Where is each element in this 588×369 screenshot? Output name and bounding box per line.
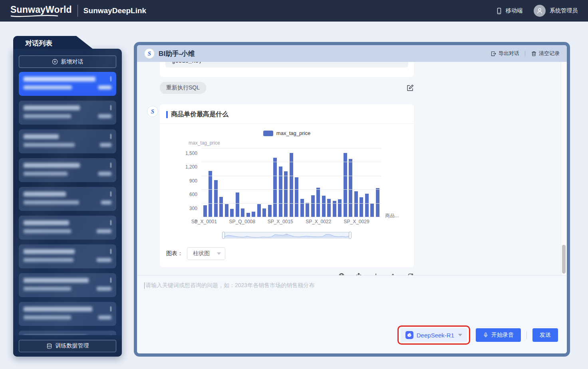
bar[interactable] — [230, 209, 234, 217]
bar[interactable] — [241, 208, 244, 217]
conversation-item[interactable] — [19, 158, 116, 182]
bar[interactable] — [252, 212, 255, 217]
assistant-avatar: S — [144, 48, 155, 59]
conversation-title-blurred — [24, 192, 66, 196]
user-name[interactable]: 系统管理员 — [550, 7, 578, 14]
conversation-item[interactable] — [19, 244, 116, 268]
more-dots-icon[interactable] — [110, 249, 111, 254]
x-axis-labels: SP_X_0001SP_Q_0008SP_X_0015SP_X_0022SP_X… — [201, 217, 381, 226]
more-dots-icon[interactable] — [110, 134, 111, 139]
conversation-title-blurred — [24, 307, 92, 311]
bar[interactable] — [338, 199, 342, 217]
x-axis-name: 商品... — [385, 212, 399, 219]
bar[interactable] — [316, 188, 320, 217]
more-dots-icon[interactable] — [110, 105, 111, 110]
bar[interactable] — [273, 158, 277, 217]
chart-type-select[interactable]: 柱状图 — [187, 247, 225, 260]
chevron-down-icon — [217, 252, 221, 255]
x-tick-label: SP_X_0029 — [344, 219, 369, 224]
conversation-title-blurred — [24, 163, 80, 168]
datazoom-grip[interactable]: ⁞⁞ — [286, 233, 288, 236]
conversation-item[interactable] — [19, 216, 116, 240]
export-chat-button[interactable]: 导出对话 — [491, 50, 519, 57]
chart-message-card: 商品单价最高是什么 max_tag_price max_tag_price 03… — [160, 104, 414, 267]
bar[interactable] — [214, 180, 218, 217]
more-dots-icon[interactable] — [110, 306, 111, 311]
legend-swatch[interactable] — [263, 131, 273, 136]
bar[interactable] — [322, 196, 326, 217]
bar[interactable] — [209, 171, 212, 217]
bar[interactable] — [257, 204, 261, 217]
bar[interactable] — [360, 197, 363, 217]
more-dots-icon[interactable] — [110, 163, 111, 168]
bar[interactable] — [349, 159, 352, 217]
message-input[interactable]: 请输入关键词或想咨询的问题，如：2023年各销售市场的销售额分布 — [144, 282, 560, 289]
new-chat-button[interactable]: 新增对话 — [19, 56, 116, 68]
datazoom-right-handle[interactable] — [349, 232, 352, 239]
bar[interactable] — [365, 194, 369, 217]
bar[interactable] — [262, 208, 266, 217]
more-dots-icon[interactable] — [110, 76, 111, 81]
bar[interactable] — [327, 199, 331, 217]
conversation-list-title: 对话列表 — [25, 39, 52, 48]
user-avatar[interactable] — [534, 5, 546, 17]
plus-circle-icon — [52, 59, 58, 65]
gridline — [201, 176, 381, 176]
rerun-sql-button[interactable]: 重新执行SQL — [160, 82, 206, 94]
conversation-sidebar: 新增对话 — [13, 49, 122, 357]
mobile-entry[interactable]: 移动端 — [496, 7, 522, 14]
edit-sql-icon[interactable] — [406, 84, 414, 92]
datazoom-left-handle[interactable] — [222, 232, 225, 239]
send-button[interactable]: 发送 — [532, 328, 558, 342]
conversation-item[interactable] — [19, 187, 116, 211]
more-dots-icon[interactable] — [110, 191, 111, 196]
conversation-date-blurred — [24, 315, 71, 319]
bar[interactable] — [290, 153, 293, 217]
bar[interactable] — [236, 192, 239, 217]
bar[interactable] — [311, 195, 315, 217]
bar[interactable] — [376, 188, 379, 217]
top-bar: SunwayWorld SunwayDeepLink 移动端 系统管理员 — [0, 0, 588, 22]
bar[interactable] — [344, 153, 347, 217]
product-name: SunwayDeepLink — [83, 6, 146, 15]
assistant-name: BI助手-小维 — [159, 49, 195, 58]
conversation-item[interactable] — [19, 129, 116, 153]
conversation-item[interactable] — [19, 72, 116, 96]
scrollbar[interactable] — [561, 62, 567, 275]
bar[interactable] — [370, 203, 374, 217]
sidebar-tab: 对话列表 — [13, 36, 93, 49]
conversation-badge-blurred — [97, 287, 111, 291]
conversation-title-blurred — [24, 134, 59, 139]
more-dots-icon[interactable] — [110, 278, 111, 283]
bar[interactable] — [246, 213, 250, 217]
training-data-label: 训练数据管理 — [56, 342, 89, 349]
bar[interactable] — [219, 197, 223, 217]
more-dots-icon[interactable] — [110, 220, 111, 225]
header-separator — [525, 51, 525, 56]
message-scroll-area[interactable]: goods_no; 重新执行SQL S 商品单价最高是什么 max_tag_pr… — [137, 62, 567, 275]
company-logo: SunwayWorld — [10, 4, 72, 18]
chart-legend[interactable]: max_tag_price — [160, 130, 414, 136]
scrollbar-thumb[interactable] — [562, 245, 566, 274]
bar[interactable] — [284, 171, 288, 217]
clear-history-button[interactable]: 清空记录 — [531, 50, 560, 57]
conversation-item[interactable] — [19, 101, 116, 125]
datazoom-slider[interactable]: ⁞⁞ — [223, 232, 350, 238]
bar[interactable] — [354, 191, 358, 217]
bar[interactable] — [306, 203, 309, 217]
bar[interactable] — [203, 205, 207, 217]
bar[interactable] — [225, 204, 228, 217]
y-tick-label: 1,500 — [185, 151, 197, 156]
model-selector[interactable]: DeepSeek-R1 — [401, 328, 467, 342]
microphone-icon — [483, 332, 489, 338]
bar[interactable] — [300, 199, 304, 217]
training-data-button[interactable]: 训练数据管理 — [19, 340, 116, 352]
bar[interactable] — [279, 167, 282, 217]
bar[interactable] — [295, 177, 298, 217]
start-recording-button[interactable]: 开始录音 — [476, 328, 521, 342]
conversation-item[interactable] — [19, 273, 116, 297]
conversation-item[interactable] — [19, 302, 116, 326]
conversation-item[interactable] — [19, 331, 116, 335]
bar[interactable] — [268, 205, 272, 217]
database-icon — [46, 343, 52, 349]
